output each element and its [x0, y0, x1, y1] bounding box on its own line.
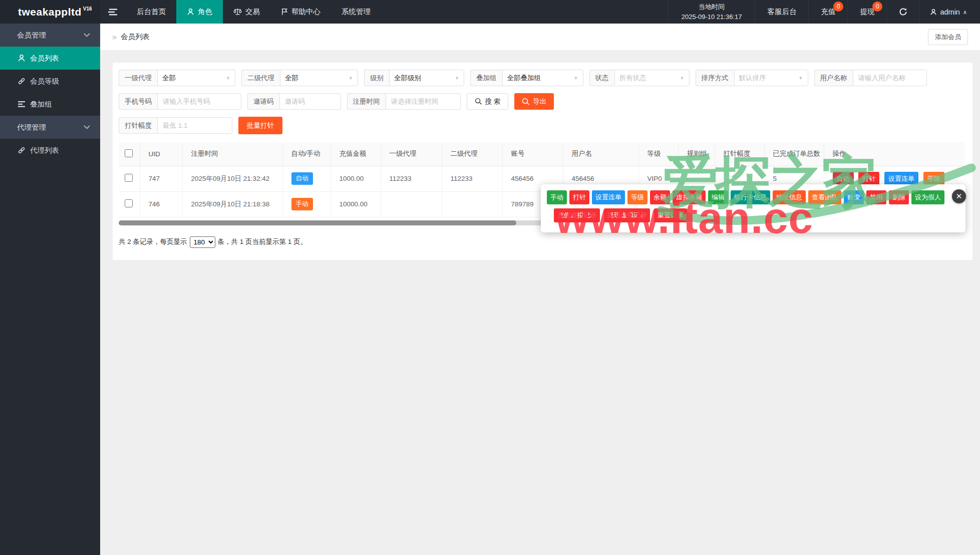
- popup-action-reset-order[interactable]: 重置订单: [654, 208, 687, 222]
- sort-select[interactable]: 默认排序 ▼: [734, 70, 808, 86]
- mode-badge: 自动: [291, 172, 313, 185]
- popup-action-virtual-balance[interactable]: 虚拟余额: [673, 190, 706, 204]
- menu-label: 系统管理: [342, 7, 371, 17]
- mode-badge: 手动: [291, 198, 313, 210]
- menu-label: 角色: [198, 7, 212, 17]
- sidebar-group-member-management[interactable]: 会员管理: [0, 24, 100, 47]
- popup-actions-row-1: 手动 打针 设置连单 等级 余额 虚拟余额 编辑 银行卡信息 地址信息 查看团队…: [547, 190, 959, 204]
- row-checkbox[interactable]: [125, 199, 133, 207]
- popup-action-manual-toggle[interactable]: 手动: [547, 190, 567, 204]
- add-member-button[interactable]: 添加会员: [928, 29, 968, 45]
- chevron-down-icon: [84, 33, 90, 37]
- filter-label: 注册时间: [347, 93, 386, 110]
- col-agent2: 二级代理: [442, 142, 502, 166]
- row-action-inject[interactable]: 打针: [858, 172, 879, 186]
- sidebar-item-member-level[interactable]: 会员等级: [0, 70, 100, 93]
- search-button[interactable]: 搜 索: [467, 93, 509, 110]
- popup-action-withdraw-virtual-record[interactable]: 提现虚拟记录: [604, 208, 650, 222]
- col-agent1: 一级代理: [381, 142, 442, 166]
- filter-label: 二级代理: [241, 70, 280, 86]
- breadcrumb-arrow-icon: »: [112, 33, 117, 42]
- local-time-label: 当地时间: [699, 2, 725, 12]
- sidebar-item-stack-group[interactable]: 叠加组: [0, 93, 100, 116]
- refresh-button[interactable]: [886, 0, 919, 24]
- flag-icon: [281, 8, 288, 16]
- menu-item-roles[interactable]: 角色: [176, 0, 223, 24]
- pagination-prefix: 共 2 条记录，每页显示: [119, 237, 187, 246]
- popup-action-level[interactable]: 等级: [627, 190, 647, 204]
- row-action-auto-toggle[interactable]: 自动: [833, 172, 854, 186]
- service-backend-link[interactable]: 客服后台: [755, 0, 808, 24]
- more-actions-indicator: ...: [949, 174, 959, 182]
- col-account: 账号: [502, 142, 563, 166]
- top-navbar: tweakappltd V16 后台首页 角色 交易 帮助中心 系统管理 当地时…: [0, 0, 980, 24]
- popup-action-delete[interactable]: 删除: [889, 190, 909, 204]
- select-value: 全部: [285, 74, 298, 83]
- agent2-select[interactable]: 全部 ▼: [280, 70, 358, 86]
- menu-label: 交易: [245, 7, 260, 17]
- breadcrumb: 会员列表: [121, 32, 150, 42]
- popup-action-set-as-bot[interactable]: 设为假人: [911, 190, 944, 204]
- scrollbar-thumb[interactable]: [119, 220, 516, 225]
- menu-item-system[interactable]: 系统管理: [331, 0, 381, 24]
- needle-range-input[interactable]: [157, 117, 232, 134]
- phone-input[interactable]: [157, 93, 241, 110]
- local-time: 当地时间 2025-09-10 21:36:17: [668, 0, 755, 24]
- filter-label: 状态: [589, 70, 614, 86]
- level-select[interactable]: 全部级别 ▼: [389, 70, 464, 86]
- sidebar-item-label: 代理列表: [30, 146, 59, 155]
- cell-agent1: [381, 191, 442, 217]
- person-icon: [18, 54, 26, 62]
- filter-status: 状态 所有状态 ▼: [589, 70, 690, 86]
- scales-icon: [233, 8, 242, 16]
- batch-inject-button[interactable]: 批量打针: [238, 117, 282, 134]
- export-button[interactable]: 导出: [514, 93, 554, 110]
- popup-actions-row-2: 充值虚拟记录 提现虚拟记录 重置订单: [547, 208, 959, 222]
- menu-item-help-center[interactable]: 帮助中心: [270, 0, 331, 24]
- status-select[interactable]: 所有状态 ▼: [614, 70, 690, 86]
- invite-code-input[interactable]: [279, 93, 341, 110]
- agent1-select[interactable]: 全部 ▼: [157, 70, 235, 86]
- popup-action-disable[interactable]: 禁用: [866, 190, 886, 204]
- hamburger-menu-icon[interactable]: [100, 0, 126, 24]
- popup-action-set-chain-order[interactable]: 设置连单: [592, 190, 625, 204]
- sidebar-group-agent-management[interactable]: 代理管理: [0, 116, 100, 139]
- select-all-checkbox[interactable]: [125, 149, 133, 157]
- recharge-badge: 0: [833, 2, 843, 12]
- row-checkbox[interactable]: [125, 174, 133, 182]
- withdraw-link[interactable]: 提现 0: [847, 0, 886, 24]
- popup-action-edit[interactable]: 编辑: [708, 190, 728, 204]
- popup-action-address-info[interactable]: 地址信息: [773, 190, 806, 204]
- popup-action-bank-card-info[interactable]: 银行卡信息: [731, 190, 770, 204]
- person-icon: [930, 9, 937, 16]
- regtime-input[interactable]: [386, 93, 461, 110]
- link-icon: [18, 146, 26, 154]
- menu-item-dashboard[interactable]: 后台首页: [126, 0, 176, 24]
- row-action-level[interactable]: 等级: [923, 172, 944, 186]
- menu-item-trade[interactable]: 交易: [223, 0, 270, 24]
- refresh-icon: [899, 8, 907, 16]
- username-input[interactable]: [853, 70, 927, 86]
- sidebar-item-member-list[interactable]: 会员列表: [0, 47, 100, 70]
- popup-action-balance[interactable]: 余额: [650, 190, 670, 204]
- export-button-label: 导出: [533, 97, 546, 106]
- per-page-select[interactable]: 180: [190, 236, 215, 248]
- search-icon: [522, 98, 530, 106]
- row-action-set-chain-order[interactable]: 设置连单: [884, 172, 918, 186]
- user-menu[interactable]: admin ∧: [919, 0, 980, 24]
- popup-close-button[interactable]: ✕: [952, 189, 966, 203]
- list-icon: [18, 101, 26, 108]
- filter-agent2: 二级代理 全部 ▼: [241, 70, 358, 86]
- popup-action-view-team[interactable]: 查看团队: [808, 190, 841, 204]
- logo-version: V16: [83, 6, 92, 12]
- sidebar-item-agent-list[interactable]: 代理列表: [0, 139, 100, 162]
- cell-agent1: 112233: [381, 166, 442, 191]
- filter-row-2: 手机号码 邀请码 注册时间 搜 索 导出: [119, 93, 966, 110]
- stack-group-select[interactable]: 全部叠加组 ▼: [502, 70, 583, 86]
- filter-needle-range: 打针幅度: [119, 117, 232, 134]
- recharge-link[interactable]: 充值 0: [808, 0, 847, 24]
- popup-action-recharge-virtual-record[interactable]: 充值虚拟记录: [554, 208, 600, 222]
- popup-action-inject[interactable]: 打针: [569, 190, 589, 204]
- popup-action-account-change[interactable]: 账变: [844, 190, 864, 204]
- close-icon: ✕: [956, 192, 962, 201]
